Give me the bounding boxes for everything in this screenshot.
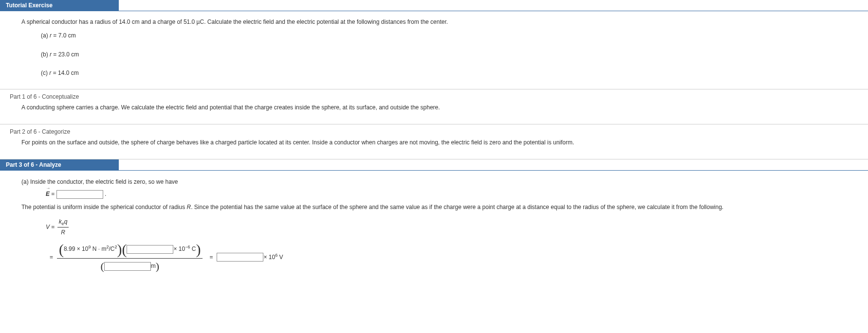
result-input[interactable] (217, 253, 263, 262)
part3-line2: The potential is uniform inside the sphe… (21, 203, 858, 212)
problem-statement: A spherical conductor has a radius of 14… (21, 17, 858, 27)
part2-body: For points on the surface and outside, t… (0, 135, 868, 154)
m-unit: m (151, 262, 156, 271)
tutorial-tab: Tutorial Exercise (0, 0, 119, 11)
part3-section: Part 3 of 6 - Analyze (a) Inside the con… (0, 159, 868, 291)
calculation-row: = ( 8.99 × 109 N · m2/C2 ) ( × 10−6 C ) (46, 242, 858, 273)
const-val: 8.99 × 10 (64, 245, 88, 252)
part1-body: A conducting sphere carries a charge. We… (0, 100, 868, 119)
b-eq: = 23.0 cm (52, 51, 79, 58)
q-sym: q (64, 218, 68, 225)
part3-line1: (a) Inside the conductor, the electric f… (21, 177, 858, 187)
part2-title: Part 2 of 6 - Categorize (0, 124, 868, 135)
rparen-3: ) (156, 261, 159, 272)
tutorial-content: A spherical conductor has a radius of 14… (0, 11, 868, 84)
option-a: (a) r = 7.0 cm (21, 31, 858, 40)
denominator: ( m ) (98, 259, 161, 273)
radius-value: 14.0 cm (119, 18, 140, 25)
big-fraction: ( 8.99 × 109 N · m2/C2 ) ( × 10−6 C ) ( (57, 242, 203, 273)
part1-section: Part 1 of 6 - Conceptualize A conducting… (0, 89, 868, 124)
eq-sign-1: = (51, 191, 56, 197)
c-unit: C (190, 245, 196, 252)
e-vector-symbol: E (46, 190, 50, 199)
eq-sign-2: = (51, 223, 56, 230)
lparen-3: ( (100, 261, 104, 272)
a-label: (a) (41, 32, 50, 39)
x10b: × 10 (263, 254, 275, 261)
radius-input[interactable] (104, 262, 151, 271)
charge-input[interactable] (127, 245, 173, 254)
part1-title: Part 1 of 6 - Conceptualize (0, 89, 868, 100)
prompt-mid: and a charge of (140, 18, 184, 25)
period-1: . (105, 191, 106, 197)
r-symbol: R (187, 204, 191, 210)
eq-sign-3: = (50, 253, 53, 262)
b-label: (b) (41, 51, 50, 58)
e-field-equation: E = . (46, 190, 858, 199)
numerator: ( 8.99 × 109 N · m2/C2 ) ( × 10−6 C ) (57, 242, 203, 259)
prompt-pre: A spherical conductor has a radius of (21, 18, 119, 25)
rparen-2: ) (196, 242, 201, 257)
line2-b: . Since the potential has the same value… (191, 204, 723, 210)
rparen-1: ) (117, 242, 122, 257)
a-eq: = 7.0 cm (52, 32, 76, 39)
tutorial-tab-header: Tutorial Exercise (0, 0, 868, 11)
const-units-b: /C (109, 245, 114, 252)
keq-over-r-fraction: keq R (57, 217, 69, 237)
c-label: (c) (41, 70, 49, 76)
v-unit: V (277, 254, 283, 261)
e-field-input[interactable] (56, 190, 103, 199)
r-den: R (57, 228, 69, 237)
option-b: (b) r = 23.0 cm (21, 50, 858, 59)
coulomb-constant: 8.99 × 109 N · m2/C2 (64, 245, 117, 254)
x10a: × 10 (173, 245, 185, 252)
charge-value: 51.0 µC (184, 18, 204, 25)
prompt-post: . Calculate the electric field and the e… (204, 18, 448, 25)
option-c: (c) r = 14.0 cm (21, 68, 858, 78)
neg6-exp: −6 (185, 245, 190, 249)
eq-sign-4: = (209, 253, 213, 262)
const-units-a: N · m (91, 245, 106, 252)
lparen-1: ( (59, 242, 64, 257)
part3-body: (a) Inside the conductor, the electric f… (0, 171, 868, 280)
v-symbol: V (46, 223, 50, 230)
tutorial-exercise-section: Tutorial Exercise A spherical conductor … (0, 0, 868, 89)
lparen-2: ( (122, 242, 127, 257)
v-formula: V = keq R (46, 217, 858, 237)
part2-section: Part 2 of 6 - Categorize For points on t… (0, 124, 868, 159)
c-eq: = 14.0 cm (51, 70, 78, 76)
part3-tab-header: Part 3 of 6 - Analyze (0, 159, 868, 171)
part3-tab: Part 3 of 6 - Analyze (0, 159, 119, 170)
times-10-6: × 106 V (263, 253, 283, 262)
times-10-neg6: × 10−6 C (173, 245, 196, 254)
line2-a: The potential is uniform inside the sphe… (21, 204, 187, 210)
